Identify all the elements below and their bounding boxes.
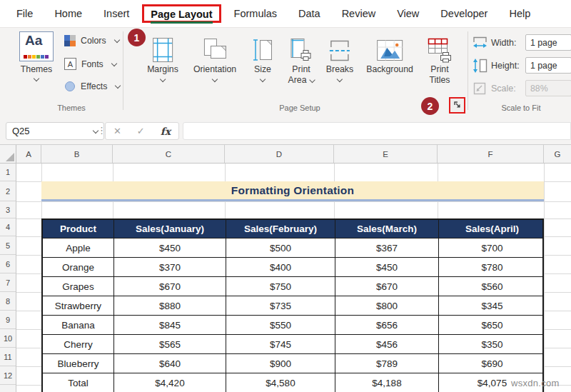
header-cell[interactable]: Sales(April) <box>439 220 545 238</box>
theme-swatch <box>32 55 36 59</box>
cell[interactable]: $640 <box>114 354 226 373</box>
cell[interactable]: $845 <box>114 316 226 334</box>
cell[interactable]: $880 <box>114 296 226 315</box>
formula-input[interactable] <box>183 122 571 140</box>
title-banner-cell[interactable]: Formatting Orientation <box>41 181 544 201</box>
cell[interactable]: $456 <box>335 335 439 353</box>
cancel-icon[interactable]: ✕ <box>113 126 121 136</box>
cell[interactable]: $700 <box>439 238 545 257</box>
orientation-button[interactable]: Orientation <box>193 31 236 81</box>
row-header-6[interactable]: 6 <box>0 255 16 273</box>
cell[interactable]: $450 <box>114 238 226 257</box>
select-all-icon <box>6 153 14 161</box>
cell[interactable]: $450 <box>335 258 439 276</box>
row-header-8[interactable]: 8 <box>0 292 16 311</box>
row-header-12[interactable]: 12 <box>0 366 16 385</box>
colors-button[interactable]: Colors <box>64 35 119 46</box>
cell[interactable]: $780 <box>439 258 545 276</box>
cell[interactable]: $4,580 <box>226 373 335 392</box>
background-button[interactable]: Background <box>366 31 413 75</box>
cell[interactable]: Cherry <box>43 335 114 353</box>
cell[interactable]: $670 <box>335 277 439 296</box>
effects-icon <box>64 81 76 92</box>
header-cell[interactable]: Sales(January) <box>114 220 226 238</box>
cell[interactable]: Banana <box>43 316 114 334</box>
cell[interactable]: $367 <box>335 238 439 257</box>
row-header-9[interactable]: 9 <box>0 311 16 329</box>
cell[interactable]: $4,420 <box>114 373 226 392</box>
cell[interactable]: Total <box>43 373 114 392</box>
cell[interactable]: $750 <box>226 277 335 296</box>
page-setup-dialog-launcher[interactable] <box>449 97 465 114</box>
row-header-1[interactable]: 1 <box>0 164 16 181</box>
fonts-button[interactable]: A Fonts <box>64 58 116 70</box>
cell[interactable]: $735 <box>226 296 335 315</box>
row-header-3[interactable]: 3 <box>0 201 16 218</box>
column-header-a[interactable]: A <box>16 145 41 163</box>
cell[interactable]: $500 <box>226 238 335 257</box>
cell[interactable]: $345 <box>439 296 545 315</box>
column-header-e[interactable]: E <box>334 145 438 163</box>
breaks-button[interactable]: Breaks <box>326 31 353 81</box>
insert-function-icon[interactable]: fx <box>161 126 171 137</box>
cell[interactable]: $370 <box>114 258 226 276</box>
cell[interactable]: $789 <box>335 354 439 373</box>
tab-insert[interactable]: Insert <box>93 8 140 19</box>
cell[interactable]: $670 <box>114 277 226 296</box>
group-divider <box>468 31 468 110</box>
cell[interactable]: $900 <box>226 354 335 373</box>
cell[interactable]: $400 <box>226 258 335 276</box>
cell[interactable]: $745 <box>226 335 335 353</box>
tab-file[interactable]: File <box>6 8 44 19</box>
row-header-5[interactable]: 5 <box>0 236 16 255</box>
header-cell[interactable]: Product <box>43 220 114 238</box>
tab-page-layout[interactable]: Page Layout <box>151 9 212 24</box>
orientation-label: Orientation <box>193 64 236 75</box>
cell[interactable]: $350 <box>439 335 545 353</box>
cell[interactable]: Grapes <box>43 277 114 296</box>
cell[interactable]: $650 <box>439 316 545 334</box>
tab-developer[interactable]: Developer <box>430 8 498 19</box>
row-header-11[interactable]: 11 <box>0 348 16 366</box>
row-header-2[interactable]: 2 <box>0 181 16 201</box>
cell[interactable]: $800 <box>335 296 439 315</box>
row-header-4[interactable]: 4 <box>0 218 16 236</box>
select-all-corner[interactable] <box>0 145 16 163</box>
chevron-down-icon <box>111 60 117 66</box>
row-header-7[interactable]: 7 <box>0 273 16 292</box>
cell[interactable]: $565 <box>114 335 226 353</box>
cell[interactable]: $656 <box>335 316 439 334</box>
header-cell[interactable]: Sales(February) <box>226 220 335 238</box>
row-header-10[interactable]: 10 <box>0 329 16 348</box>
cell[interactable]: $690 <box>439 354 545 373</box>
column-header-b[interactable]: B <box>41 145 113 163</box>
cell[interactable]: Orange <box>43 258 114 276</box>
column-header-f[interactable]: F <box>438 145 544 163</box>
cell[interactable]: Blueberry <box>43 354 114 373</box>
width-input[interactable]: 1 page <box>525 34 571 51</box>
tab-home[interactable]: Home <box>44 8 93 19</box>
margins-button[interactable]: Margins <box>147 31 178 81</box>
tab-review[interactable]: Review <box>331 8 387 19</box>
tab-formulas[interactable]: Formulas <box>223 8 288 19</box>
print-area-button[interactable]: Print Area <box>288 31 315 86</box>
height-input[interactable]: 1 page <box>525 57 571 74</box>
tab-view[interactable]: View <box>386 8 430 19</box>
tab-help[interactable]: Help <box>498 8 541 19</box>
cell[interactable]: $550 <box>226 316 335 334</box>
enter-icon[interactable]: ✓ <box>137 126 145 136</box>
column-header-d[interactable]: D <box>225 145 334 163</box>
cell[interactable]: Strawberry <box>43 296 114 315</box>
cell[interactable]: Apple <box>43 238 114 257</box>
tab-data[interactable]: Data <box>288 8 331 19</box>
column-header-c[interactable]: C <box>113 145 225 163</box>
name-box[interactable]: Q25 <box>6 122 104 140</box>
header-cell[interactable]: Sales(March) <box>335 220 439 238</box>
size-button[interactable]: Size <box>253 31 273 81</box>
column-header-g[interactable]: G <box>544 145 571 163</box>
themes-button[interactable]: Aa Themes <box>11 31 61 81</box>
effects-button[interactable]: Effects <box>64 81 120 92</box>
print-titles-button[interactable]: Print Titles <box>427 31 453 86</box>
cell[interactable]: $560 <box>439 277 545 296</box>
cell[interactable]: $4,188 <box>335 373 439 392</box>
